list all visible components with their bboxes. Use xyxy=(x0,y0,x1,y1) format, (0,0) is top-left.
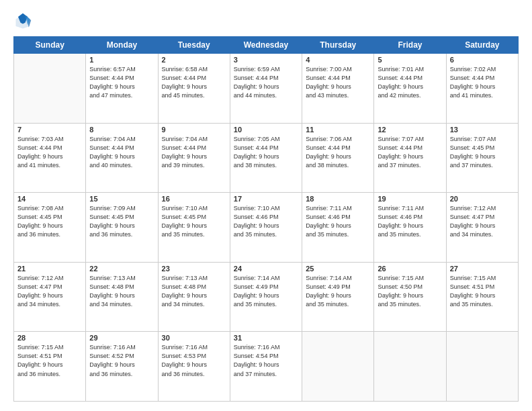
day-number: 7 xyxy=(17,126,83,134)
calendar-cell: 20Sunrise: 7:12 AMSunset: 4:47 PMDayligh… xyxy=(446,193,518,263)
day-info: Sunrise: 7:00 AMSunset: 4:44 PMDaylight:… xyxy=(306,65,371,100)
day-info: Sunrise: 7:13 AMSunset: 4:48 PMDaylight:… xyxy=(89,274,154,309)
day-number: 31 xyxy=(234,334,299,342)
day-info: Sunrise: 7:07 AMSunset: 4:45 PMDaylight:… xyxy=(450,135,515,170)
day-info: Sunrise: 7:06 AMSunset: 4:44 PMDaylight:… xyxy=(306,135,371,170)
col-header-sunday: Sunday xyxy=(14,37,86,54)
calendar-cell: 22Sunrise: 7:13 AMSunset: 4:48 PMDayligh… xyxy=(86,262,158,332)
day-number: 23 xyxy=(162,265,227,273)
day-info: Sunrise: 7:12 AMSunset: 4:47 PMDaylight:… xyxy=(450,204,515,239)
day-info: Sunrise: 7:05 AMSunset: 4:44 PMDaylight:… xyxy=(234,135,299,170)
day-number: 18 xyxy=(306,195,371,203)
col-header-monday: Monday xyxy=(86,37,158,54)
day-number: 14 xyxy=(17,195,83,203)
calendar-cell: 5Sunrise: 7:01 AMSunset: 4:44 PMDaylight… xyxy=(374,54,446,124)
calendar-cell: 4Sunrise: 7:00 AMSunset: 4:44 PMDaylight… xyxy=(302,54,374,124)
day-number: 9 xyxy=(162,126,227,134)
col-header-wednesday: Wednesday xyxy=(230,37,302,54)
day-number: 27 xyxy=(450,265,515,273)
calendar-cell: 10Sunrise: 7:05 AMSunset: 4:44 PMDayligh… xyxy=(230,123,302,193)
header xyxy=(13,12,519,31)
day-number: 11 xyxy=(306,126,371,134)
day-info: Sunrise: 7:14 AMSunset: 4:49 PMDaylight:… xyxy=(234,274,299,309)
day-info: Sunrise: 7:10 AMSunset: 4:46 PMDaylight:… xyxy=(234,204,299,239)
calendar-cell: 13Sunrise: 7:07 AMSunset: 4:45 PMDayligh… xyxy=(446,123,518,193)
calendar-cell: 14Sunrise: 7:08 AMSunset: 4:45 PMDayligh… xyxy=(14,193,86,263)
day-number: 12 xyxy=(378,126,443,134)
day-number: 4 xyxy=(306,56,371,64)
calendar-cell: 21Sunrise: 7:12 AMSunset: 4:47 PMDayligh… xyxy=(14,262,86,332)
day-info: Sunrise: 7:15 AMSunset: 4:51 PMDaylight:… xyxy=(450,274,515,309)
calendar-cell: 9Sunrise: 7:04 AMSunset: 4:44 PMDaylight… xyxy=(158,123,230,193)
calendar-cell: 7Sunrise: 7:03 AMSunset: 4:44 PMDaylight… xyxy=(14,123,86,193)
day-number: 13 xyxy=(450,126,515,134)
day-number: 17 xyxy=(234,195,299,203)
calendar-cell: 25Sunrise: 7:14 AMSunset: 4:49 PMDayligh… xyxy=(302,262,374,332)
calendar-cell xyxy=(14,54,86,124)
day-number: 16 xyxy=(162,195,227,203)
day-number: 28 xyxy=(17,334,83,342)
calendar-cell: 2Sunrise: 6:58 AMSunset: 4:44 PMDaylight… xyxy=(158,54,230,124)
logo xyxy=(13,12,35,31)
day-info: Sunrise: 7:15 AMSunset: 4:50 PMDaylight:… xyxy=(378,274,443,309)
day-info: Sunrise: 7:09 AMSunset: 4:45 PMDaylight:… xyxy=(89,204,154,239)
col-header-thursday: Thursday xyxy=(302,37,374,54)
day-info: Sunrise: 7:14 AMSunset: 4:49 PMDaylight:… xyxy=(306,274,371,309)
logo-icon xyxy=(13,12,32,31)
calendar-cell: 26Sunrise: 7:15 AMSunset: 4:50 PMDayligh… xyxy=(374,262,446,332)
day-number: 30 xyxy=(162,334,227,342)
calendar-cell: 17Sunrise: 7:10 AMSunset: 4:46 PMDayligh… xyxy=(230,193,302,263)
day-info: Sunrise: 7:13 AMSunset: 4:48 PMDaylight:… xyxy=(162,274,227,309)
col-header-friday: Friday xyxy=(374,37,446,54)
day-info: Sunrise: 7:07 AMSunset: 4:44 PMDaylight:… xyxy=(378,135,443,170)
calendar-cell: 28Sunrise: 7:15 AMSunset: 4:51 PMDayligh… xyxy=(14,332,86,402)
day-number: 5 xyxy=(378,56,443,64)
calendar-cell xyxy=(302,332,374,402)
calendar-cell: 23Sunrise: 7:13 AMSunset: 4:48 PMDayligh… xyxy=(158,262,230,332)
day-number: 10 xyxy=(234,126,299,134)
day-info: Sunrise: 7:16 AMSunset: 4:53 PMDaylight:… xyxy=(162,343,227,378)
calendar-cell: 31Sunrise: 7:16 AMSunset: 4:54 PMDayligh… xyxy=(230,332,302,402)
col-header-saturday: Saturday xyxy=(446,37,518,54)
day-number: 19 xyxy=(378,195,443,203)
calendar-cell: 8Sunrise: 7:04 AMSunset: 4:44 PMDaylight… xyxy=(86,123,158,193)
col-header-tuesday: Tuesday xyxy=(158,37,230,54)
day-info: Sunrise: 6:57 AMSunset: 4:44 PMDaylight:… xyxy=(89,65,154,100)
calendar-cell: 3Sunrise: 6:59 AMSunset: 4:44 PMDaylight… xyxy=(230,54,302,124)
day-number: 8 xyxy=(89,126,154,134)
calendar-cell: 19Sunrise: 7:11 AMSunset: 4:46 PMDayligh… xyxy=(374,193,446,263)
day-number: 6 xyxy=(450,56,515,64)
day-number: 2 xyxy=(162,56,227,64)
calendar-cell xyxy=(446,332,518,402)
calendar-cell: 1Sunrise: 6:57 AMSunset: 4:44 PMDaylight… xyxy=(86,54,158,124)
page: SundayMondayTuesdayWednesdayThursdayFrid… xyxy=(0,0,532,411)
day-number: 24 xyxy=(234,265,299,273)
day-info: Sunrise: 7:15 AMSunset: 4:51 PMDaylight:… xyxy=(17,343,83,378)
calendar-cell xyxy=(374,332,446,402)
calendar-cell: 15Sunrise: 7:09 AMSunset: 4:45 PMDayligh… xyxy=(86,193,158,263)
day-info: Sunrise: 7:11 AMSunset: 4:46 PMDaylight:… xyxy=(378,204,443,239)
day-info: Sunrise: 7:08 AMSunset: 4:45 PMDaylight:… xyxy=(17,204,83,239)
day-number: 1 xyxy=(89,56,154,64)
day-info: Sunrise: 7:12 AMSunset: 4:47 PMDaylight:… xyxy=(17,274,83,309)
day-info: Sunrise: 7:04 AMSunset: 4:44 PMDaylight:… xyxy=(162,135,227,170)
calendar-cell: 6Sunrise: 7:02 AMSunset: 4:44 PMDaylight… xyxy=(446,54,518,124)
day-number: 15 xyxy=(89,195,154,203)
day-number: 25 xyxy=(306,265,371,273)
calendar-cell: 12Sunrise: 7:07 AMSunset: 4:44 PMDayligh… xyxy=(374,123,446,193)
calendar-cell: 29Sunrise: 7:16 AMSunset: 4:52 PMDayligh… xyxy=(86,332,158,402)
day-info: Sunrise: 6:59 AMSunset: 4:44 PMDaylight:… xyxy=(234,65,299,100)
day-info: Sunrise: 7:16 AMSunset: 4:54 PMDaylight:… xyxy=(234,343,299,378)
day-info: Sunrise: 7:01 AMSunset: 4:44 PMDaylight:… xyxy=(378,65,443,100)
calendar-cell: 11Sunrise: 7:06 AMSunset: 4:44 PMDayligh… xyxy=(302,123,374,193)
calendar-cell: 18Sunrise: 7:11 AMSunset: 4:46 PMDayligh… xyxy=(302,193,374,263)
day-info: Sunrise: 7:04 AMSunset: 4:44 PMDaylight:… xyxy=(89,135,154,170)
day-number: 22 xyxy=(89,265,154,273)
day-info: Sunrise: 7:02 AMSunset: 4:44 PMDaylight:… xyxy=(450,65,515,100)
day-number: 21 xyxy=(17,265,83,273)
day-number: 29 xyxy=(89,334,154,342)
day-info: Sunrise: 7:10 AMSunset: 4:45 PMDaylight:… xyxy=(162,204,227,239)
calendar-cell: 24Sunrise: 7:14 AMSunset: 4:49 PMDayligh… xyxy=(230,262,302,332)
day-info: Sunrise: 7:03 AMSunset: 4:44 PMDaylight:… xyxy=(17,135,83,170)
day-info: Sunrise: 7:16 AMSunset: 4:52 PMDaylight:… xyxy=(89,343,154,378)
